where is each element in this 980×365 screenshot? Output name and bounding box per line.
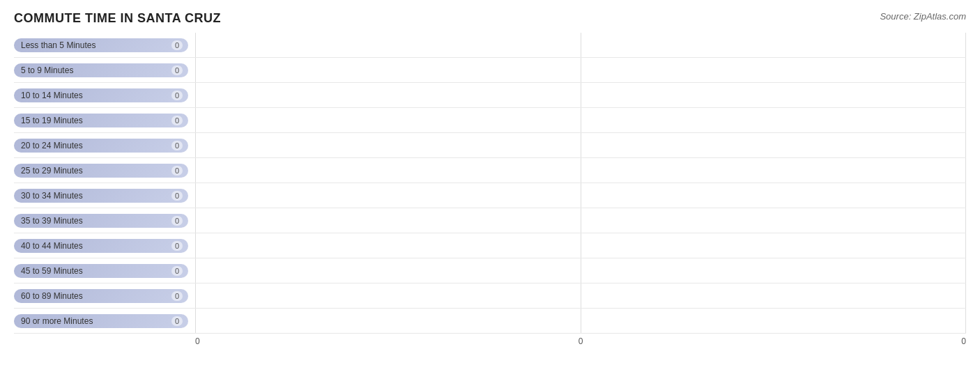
label-pill: Less than 5 Minutes0	[14, 38, 188, 52]
bar-value: 0	[171, 91, 183, 100]
label-pill: 60 to 89 Minutes0	[14, 289, 188, 303]
bar-row: 40 to 44 Minutes0	[14, 233, 966, 258]
bar-value: 0	[171, 166, 183, 176]
bar-label: 30 to 34 Minutes	[21, 191, 83, 201]
bar-label: 15 to 19 Minutes	[21, 116, 83, 125]
label-pill: 35 to 39 Minutes0	[14, 214, 188, 228]
bar-value: 0	[171, 116, 183, 125]
x-label-3: 0	[961, 336, 966, 346]
bar-value: 0	[171, 291, 183, 301]
bar-track	[195, 108, 966, 132]
bar-label: 90 or more Minutes	[21, 316, 93, 326]
bar-row: Less than 5 Minutes0	[14, 33, 966, 58]
bar-label: Less than 5 Minutes	[21, 40, 95, 50]
bar-track	[195, 83, 966, 107]
source-attribution: Source: ZipAtlas.com	[880, 11, 966, 22]
x-axis: 0 0 0	[195, 334, 966, 346]
bar-value: 0	[171, 191, 183, 201]
bar-track	[195, 233, 966, 258]
bar-label: 20 to 24 Minutes	[21, 141, 83, 150]
bar-track	[195, 284, 966, 308]
bar-row: 35 to 39 Minutes0	[14, 208, 966, 233]
bar-row: 10 to 14 Minutes0	[14, 83, 966, 108]
bar-track	[195, 58, 966, 82]
bar-row: 5 to 9 Minutes0	[14, 58, 966, 83]
chart-area: Less than 5 Minutes05 to 9 Minutes010 to…	[14, 33, 966, 346]
bar-value: 0	[171, 241, 183, 251]
label-pill: 30 to 34 Minutes0	[14, 189, 188, 203]
bar-row: 15 to 19 Minutes0	[14, 108, 966, 133]
bar-row: 90 or more Minutes0	[14, 309, 966, 334]
label-pill: 40 to 44 Minutes0	[14, 239, 188, 253]
bar-track	[195, 183, 966, 208]
bars-section: Less than 5 Minutes05 to 9 Minutes010 to…	[14, 33, 966, 334]
bar-label: 60 to 89 Minutes	[21, 291, 83, 301]
bar-value: 0	[171, 141, 183, 150]
bar-label: 25 to 29 Minutes	[21, 166, 83, 176]
bar-value: 0	[171, 216, 183, 226]
bar-label: 35 to 39 Minutes	[21, 216, 83, 226]
label-pill: 90 or more Minutes0	[14, 314, 188, 328]
bar-track	[195, 309, 966, 333]
bar-label: 40 to 44 Minutes	[21, 241, 83, 251]
label-pill: 25 to 29 Minutes0	[14, 164, 188, 178]
bar-row: 25 to 29 Minutes0	[14, 158, 966, 183]
x-label-2: 0	[579, 336, 583, 346]
x-label-1: 0	[195, 336, 200, 346]
bar-track	[195, 258, 966, 283]
bar-track	[195, 33, 966, 57]
bar-value: 0	[171, 266, 183, 276]
bar-row: 30 to 34 Minutes0	[14, 183, 966, 208]
chart-title: COMMUTE TIME IN SANTA CRUZ	[14, 11, 221, 26]
bar-value: 0	[171, 40, 183, 50]
bar-track	[195, 158, 966, 182]
bar-row: 60 to 89 Minutes0	[14, 284, 966, 309]
bar-track	[195, 208, 966, 233]
bar-label: 45 to 59 Minutes	[21, 266, 83, 276]
label-pill: 15 to 19 Minutes0	[14, 114, 188, 127]
label-pill: 5 to 9 Minutes0	[14, 63, 188, 77]
bar-row: 20 to 24 Minutes0	[14, 133, 966, 158]
label-pill: 20 to 24 Minutes0	[14, 139, 188, 153]
main-container: COMMUTE TIME IN SANTA CRUZ Source: ZipAt…	[0, 0, 980, 365]
label-pill: 10 to 14 Minutes0	[14, 88, 188, 102]
bar-value: 0	[171, 65, 183, 75]
label-pill: 45 to 59 Minutes0	[14, 264, 188, 278]
bar-row: 45 to 59 Minutes0	[14, 258, 966, 284]
bar-label: 5 to 9 Minutes	[21, 65, 73, 75]
bar-label: 10 to 14 Minutes	[21, 91, 83, 100]
bar-track	[195, 133, 966, 157]
header-row: COMMUTE TIME IN SANTA CRUZ Source: ZipAt…	[14, 11, 966, 26]
bar-value: 0	[171, 316, 183, 326]
